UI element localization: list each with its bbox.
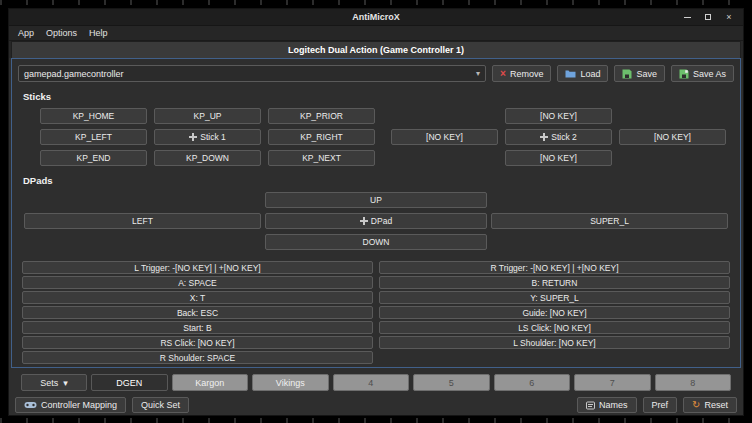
minimize-button[interactable]: [682, 12, 692, 22]
dpad-down-button[interactable]: DOWN: [265, 234, 487, 250]
lstick-down-button[interactable]: KP_DOWN: [154, 150, 261, 166]
set-tab-kargon[interactable]: Kargon: [172, 374, 249, 391]
controller-pane: gamepad.gamecontroller ▾ × Remove Load S…: [11, 58, 741, 368]
maximize-button[interactable]: [703, 12, 713, 22]
gamepad-icon: [24, 401, 37, 409]
save-as-disk-icon: [679, 69, 689, 79]
lstick-down-left-button[interactable]: KP_END: [40, 150, 147, 166]
controller-mapping-button[interactable]: Controller Mapping: [15, 397, 126, 413]
back-button[interactable]: Back: ESC: [22, 306, 373, 319]
set-tab-vikings[interactable]: Vikings: [252, 374, 329, 391]
set-tab-4[interactable]: 4: [333, 374, 410, 391]
lstick-up-button[interactable]: KP_UP: [154, 108, 261, 124]
joystick-icon: [189, 133, 197, 141]
chevron-down-icon: ▾: [476, 69, 480, 78]
save-as-button[interactable]: Save As: [671, 65, 734, 82]
guide-button[interactable]: Guide: [NO KEY]: [379, 306, 730, 319]
start-button[interactable]: Start: B: [22, 321, 373, 334]
load-button[interactable]: Load: [557, 65, 608, 82]
remove-label: Remove: [510, 69, 544, 79]
assignment-column-left: L Trigger: -[NO KEY] | +[NO KEY] A: SPAC…: [22, 261, 373, 364]
dpad-up-button[interactable]: UP: [265, 192, 487, 208]
rstick-center-label: Stick 2: [551, 132, 577, 142]
save-button[interactable]: Save: [614, 65, 665, 82]
set-tab-dgen[interactable]: DGEN: [91, 374, 168, 391]
dpad-left-button[interactable]: LEFT: [24, 213, 261, 229]
close-button[interactable]: ×: [724, 12, 734, 22]
lstick-up-left-button[interactable]: KP_HOME: [40, 108, 147, 124]
ls-click-button[interactable]: LS Click: [NO KEY]: [379, 321, 730, 334]
dpad-cluster: UP LEFT DPad SUPER_L DOWN: [24, 192, 728, 250]
window-title: AntiMicroX: [9, 12, 743, 22]
b-button[interactable]: B: RETURN: [379, 276, 730, 289]
minimize-icon: [684, 17, 691, 18]
rstick-up-button[interactable]: [NO KEY]: [505, 108, 612, 124]
window-controls: ×: [682, 12, 743, 22]
lstick-center-label: Stick 1: [200, 132, 226, 142]
dpad-center-label: DPad: [371, 216, 392, 226]
dpads-section-label: DPads: [23, 175, 734, 186]
names-label: Names: [599, 400, 628, 410]
save-disk-icon: [622, 69, 632, 79]
rstick-right-button[interactable]: [NO KEY]: [619, 129, 726, 145]
quick-set-label: Quick Set: [141, 400, 180, 410]
set-tab-6[interactable]: 6: [494, 374, 571, 391]
load-label: Load: [580, 69, 600, 79]
pref-label: Pref: [652, 400, 669, 410]
save-as-label: Save As: [693, 69, 726, 79]
names-icon: [586, 401, 595, 410]
dpad-right-button[interactable]: SUPER_L: [491, 213, 728, 229]
profile-row: gamepad.gamecontroller ▾ × Remove Load S…: [18, 65, 734, 82]
set-tab-8[interactable]: 8: [655, 374, 732, 391]
names-button[interactable]: Names: [577, 397, 637, 413]
quick-set-button[interactable]: Quick Set: [132, 397, 189, 413]
remove-icon: ×: [500, 69, 506, 78]
rstick-center-button[interactable]: Stick 2: [505, 129, 612, 145]
left-stick-grid: KP_HOME KP_UP KP_PRIOR KP_LEFT Stick 1 K…: [40, 108, 375, 166]
antimicrox-window: AntiMicroX × App Options Help Logitech D…: [8, 8, 744, 416]
sets-menu-label: Sets: [40, 378, 58, 388]
menu-app[interactable]: App: [12, 28, 40, 38]
joystick-icon: [540, 133, 548, 141]
sticks-section-label: Sticks: [23, 91, 734, 102]
set-tab-7[interactable]: 7: [574, 374, 651, 391]
lstick-up-right-button[interactable]: KP_PRIOR: [268, 108, 375, 124]
set-tab-5[interactable]: 5: [413, 374, 490, 391]
menubar: App Options Help: [9, 26, 743, 41]
tab-controller[interactable]: Logitech Dual Action (Game Controller 1): [11, 41, 741, 58]
r-trigger-button[interactable]: R Trigger: -[NO KEY] | +[NO KEY]: [379, 261, 730, 274]
reset-label: Reset: [704, 400, 728, 410]
pref-button[interactable]: Pref: [643, 397, 678, 413]
right-stick-grid: [NO KEY] [NO KEY] Stick 2 [NO KEY] [NO K…: [391, 108, 726, 166]
x-button[interactable]: X: T: [22, 291, 373, 304]
bottom-bar: Controller Mapping Quick Set Names Pref …: [15, 396, 737, 414]
y-button[interactable]: Y: SUPER_L: [379, 291, 730, 304]
rstick-left-button[interactable]: [NO KEY]: [391, 129, 498, 145]
l-trigger-button[interactable]: L Trigger: -[NO KEY] | +[NO KEY]: [22, 261, 373, 274]
maximize-icon: [705, 14, 711, 20]
menu-help[interactable]: Help: [83, 28, 114, 38]
r-shoulder-button[interactable]: R Shoulder: SPACE: [22, 351, 373, 364]
save-label: Save: [636, 69, 657, 79]
tabbar: Logitech Dual Action (Game Controller 1): [9, 41, 743, 58]
dpad-icon: [360, 217, 368, 225]
profile-combobox-value: gamepad.gamecontroller: [24, 69, 124, 79]
profile-combobox[interactable]: gamepad.gamecontroller ▾: [18, 65, 486, 82]
remove-button[interactable]: × Remove: [492, 65, 551, 82]
chevron-down-icon: ▾: [63, 378, 68, 388]
reset-button[interactable]: ↻ Reset: [683, 397, 737, 413]
reset-icon: ↻: [692, 400, 700, 410]
menu-options[interactable]: Options: [40, 28, 83, 38]
rs-click-button[interactable]: RS Click: [NO KEY]: [22, 336, 373, 349]
l-shoulder-button[interactable]: L Shoulder: [NO KEY]: [379, 336, 730, 349]
lstick-right-button[interactable]: KP_RIGHT: [268, 129, 375, 145]
sets-row: Sets ▾ DGEN Kargon Vikings 4 5 6 7 8: [21, 374, 731, 391]
lstick-left-button[interactable]: KP_LEFT: [40, 129, 147, 145]
dpad-center-button[interactable]: DPad: [265, 213, 487, 229]
rstick-down-button[interactable]: [NO KEY]: [505, 150, 612, 166]
lstick-down-right-button[interactable]: KP_NEXT: [268, 150, 375, 166]
sets-menu-button[interactable]: Sets ▾: [21, 374, 87, 391]
lstick-center-button[interactable]: Stick 1: [154, 129, 261, 145]
a-button[interactable]: A: SPACE: [22, 276, 373, 289]
sticks-grids: KP_HOME KP_UP KP_PRIOR KP_LEFT Stick 1 K…: [40, 108, 734, 166]
